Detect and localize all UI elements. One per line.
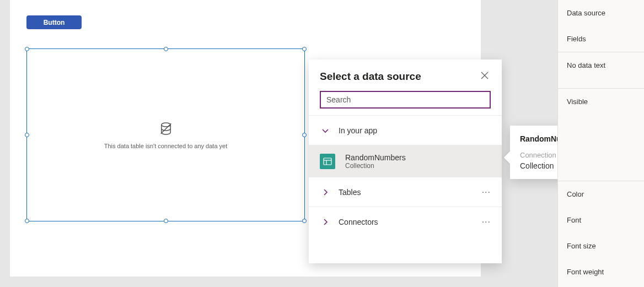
svg-line-1	[160, 123, 171, 134]
section-in-your-app[interactable]: In your app	[309, 116, 502, 145]
more-button[interactable]: ···	[482, 217, 491, 227]
resize-handle-bl[interactable]	[25, 219, 29, 223]
select-data-source-panel: Select a data source In your app	[309, 59, 502, 263]
svg-point-0	[161, 123, 170, 127]
data-source-item-randomnumbers[interactable]: RandomNumbers Collection	[309, 145, 502, 177]
datatable-control-selected[interactable]: This data table isn't connected to any d…	[26, 48, 305, 221]
resize-handle-tl[interactable]	[25, 47, 29, 51]
resize-handle-tr[interactable]	[302, 47, 307, 51]
resize-handle-br[interactable]	[302, 219, 307, 223]
prop-font-weight[interactable]: Font weight	[558, 259, 644, 285]
database-empty-icon	[158, 121, 174, 138]
resize-handle-tm[interactable]	[164, 47, 168, 51]
section-label: Tables	[339, 188, 482, 197]
more-button[interactable]: ···	[482, 187, 491, 197]
prop-color[interactable]: Color	[558, 181, 644, 207]
properties-panel: Data source Fields No data text Visible …	[557, 0, 644, 287]
resize-handle-bm[interactable]	[164, 219, 168, 223]
button-label: Button	[44, 19, 65, 26]
svg-rect-4	[324, 158, 331, 165]
prop-fields[interactable]: Fields	[558, 26, 644, 52]
panel-title: Select a data source	[320, 71, 421, 83]
section-connectors[interactable]: Connectors ···	[309, 207, 502, 237]
prop-data-source[interactable]: Data source	[558, 0, 644, 26]
datatable-empty-text: This data table isn't connected to any d…	[27, 143, 304, 149]
item-label: RandomNumbers Collection	[345, 153, 491, 170]
close-icon	[481, 72, 489, 81]
section-label: In your app	[339, 126, 491, 135]
prop-no-data-text[interactable]: No data text	[558, 52, 644, 78]
prop-visible[interactable]: Visible	[558, 89, 644, 115]
section-tables[interactable]: Tables ···	[309, 177, 502, 207]
section-label: Connectors	[339, 218, 482, 226]
prop-font-size[interactable]: Font size	[558, 233, 644, 259]
item-name: RandomNumbers	[345, 153, 406, 162]
collection-icon	[320, 154, 335, 169]
chevron-down-icon	[320, 127, 331, 134]
chevron-right-icon	[320, 218, 331, 226]
item-subtitle: Collection	[345, 162, 491, 170]
prop-font[interactable]: Font	[558, 207, 644, 233]
datatable-empty-state: This data table isn't connected to any d…	[27, 121, 304, 149]
close-panel-button[interactable]	[479, 69, 491, 83]
chevron-right-icon	[320, 188, 331, 196]
search-input[interactable]	[320, 91, 491, 109]
canvas-button-control[interactable]: Button	[26, 15, 82, 29]
